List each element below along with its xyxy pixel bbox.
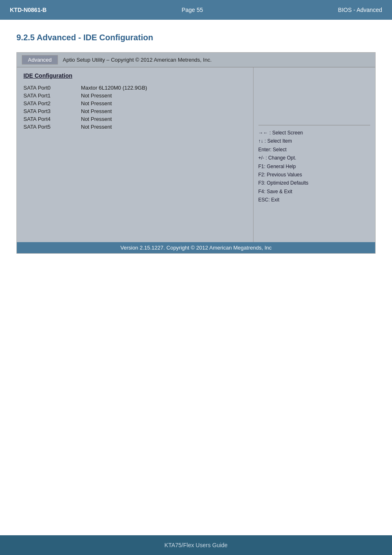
- top-bar: KTD-N0861-B Page 55 BIOS - Advanced: [0, 0, 392, 20]
- bios-tab-advanced[interactable]: Advanced: [22, 55, 58, 65]
- bios-right-panel: →← : Select Screen ↑↓ : Select Item Ente…: [254, 67, 375, 242]
- bios-row-sata5: SATA Port5 Not Pressent: [23, 124, 247, 130]
- bios-row-sata1: SATA Port1 Not Pressent: [23, 92, 247, 99]
- bios-label-sata5: SATA Port5: [23, 124, 81, 130]
- page-footer: KTA75/Flex Users Guide: [0, 535, 392, 555]
- bios-key-change: +/- : Change Opt.: [258, 154, 370, 162]
- bios-value-sata3: Not Pressent: [81, 108, 112, 114]
- bios-row-sata0: SATA Port0 Maxtor 6L120M0 (122.9GB): [23, 85, 247, 91]
- bios-label-sata3: SATA Port3: [23, 108, 81, 114]
- bios-key-f2: F2: Previous Values: [258, 171, 370, 179]
- bios-section-title: IDE Configuration: [23, 72, 247, 79]
- bios-label-sata1: SATA Port1: [23, 92, 81, 99]
- bios-container: Advanced Aptio Setup Utility – Copyright…: [16, 52, 376, 254]
- bios-value-sata1: Not Pressent: [81, 92, 112, 99]
- top-bar-center: Page 55: [182, 7, 203, 13]
- bios-key-f3: F3: Optimized Defaults: [258, 179, 370, 187]
- bios-key-esc: ESC: Exit: [258, 196, 370, 204]
- bios-row-sata3: SATA Port3 Not Pressent: [23, 108, 247, 114]
- bios-key-select-screen: →← : Select Screen: [258, 129, 370, 137]
- bios-main: IDE Configuration SATA Port0 Maxtor 6L12…: [17, 67, 375, 242]
- bios-divider: [258, 125, 370, 125]
- bios-label-sata2: SATA Port2: [23, 100, 81, 106]
- bios-key-f1: F1: General Help: [258, 162, 370, 171]
- bios-left-panel: IDE Configuration SATA Port0 Maxtor 6L12…: [17, 67, 254, 242]
- top-bar-left: KTD-N0861-B: [10, 7, 46, 13]
- bios-key-f4: F4: Save & Exit: [258, 187, 370, 196]
- bios-footer: Version 2.15.1227. Copyright © 2012 Amer…: [17, 242, 375, 253]
- bios-row-sata2: SATA Port2 Not Pressent: [23, 100, 247, 106]
- bios-value-sata2: Not Pressent: [81, 100, 112, 106]
- bios-label-sata0: SATA Port0: [23, 85, 81, 91]
- bios-value-sata5: Not Pressent: [81, 124, 112, 130]
- bios-key-select-item: ↑↓ : Select Item: [258, 137, 370, 145]
- bios-copyright: Aptio Setup Utility – Copyright © 2012 A…: [63, 57, 212, 63]
- top-bar-right: BIOS - Advanced: [338, 7, 382, 13]
- section-heading: 9.2.5 Advanced - IDE Configuration: [16, 33, 376, 42]
- bios-row-sata4: SATA Port4 Not Pressent: [23, 116, 247, 122]
- bios-help-top: [258, 72, 370, 122]
- page-content: 9.2.5 Advanced - IDE Configuration Advan…: [0, 20, 392, 267]
- bios-header: Advanced Aptio Setup Utility – Copyright…: [17, 53, 375, 67]
- bios-value-sata4: Not Pressent: [81, 116, 112, 122]
- bios-value-sata0: Maxtor 6L120M0 (122.9GB): [81, 85, 147, 91]
- bios-keys: →← : Select Screen ↑↓ : Select Item Ente…: [258, 129, 370, 204]
- bios-key-enter: Enter: Select: [258, 146, 370, 154]
- bios-label-sata4: SATA Port4: [23, 116, 81, 122]
- page-footer-text: KTA75/Flex Users Guide: [164, 542, 228, 548]
